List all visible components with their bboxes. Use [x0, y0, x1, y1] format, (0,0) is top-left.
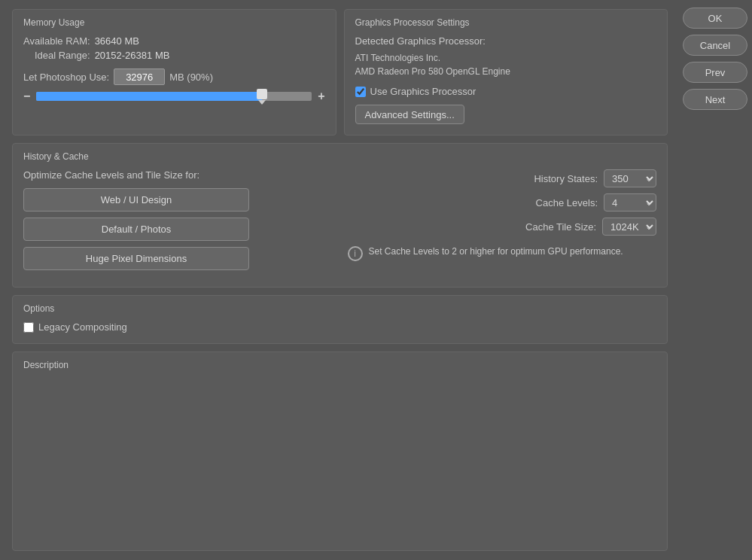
description-section: Description	[12, 352, 668, 551]
legacy-compositing-row: Legacy Compositing	[23, 321, 656, 333]
main-content: Memory Usage Available RAM: 36640 MB Ide…	[6, 0, 677, 560]
slider-row: − +	[23, 90, 325, 103]
gpu-info-hint: Set Cache Levels to 2 or higher for opti…	[369, 245, 623, 258]
graphics-processor-title: Graphics Processor Settings	[355, 17, 657, 28]
gpu-info-text: ATI Technologies Inc. AMD Radeon Pro 580…	[355, 51, 657, 78]
preferences-dialog: Memory Usage Available RAM: 36640 MB Ide…	[0, 0, 752, 560]
history-states-select[interactable]: 350 200 100 50	[604, 169, 656, 187]
history-cache-title: History & Cache	[23, 151, 656, 162]
slider-minus-button[interactable]: −	[23, 90, 30, 103]
graphics-processor-section: Graphics Processor Settings Detected Gra…	[344, 9, 668, 135]
legacy-compositing-checkbox[interactable]	[23, 322, 34, 333]
huge-pixel-button[interactable]: Huge Pixel Dimensions	[23, 247, 249, 270]
history-states-select-wrapper: 350 200 100 50	[604, 169, 656, 187]
web-ui-design-button[interactable]: Web / UI Design	[23, 188, 249, 212]
cache-levels-select[interactable]: 4 2 3 6 8	[604, 193, 656, 212]
history-inner: Optimize Cache Levels and Tile Size for:…	[23, 169, 656, 276]
slider-thumb[interactable]	[257, 89, 267, 99]
detected-gpu-label: Detected Graphics Processor:	[355, 35, 657, 47]
info-icon: i	[348, 246, 363, 261]
cache-levels-row: Cache Levels: 4 2 3 6 8	[348, 193, 657, 212]
available-ram-value: 36640 MB	[95, 35, 325, 47]
cache-settings-col: History States: 350 200 100 50 Cache Lev…	[348, 169, 657, 276]
history-states-label: History States:	[534, 173, 598, 184]
cache-tile-size-label: Cache Tile Size:	[525, 221, 596, 233]
default-photos-button[interactable]: Default / Photos	[23, 218, 249, 241]
history-cache-section: History & Cache Optimize Cache Levels an…	[12, 143, 668, 288]
let-photoshop-unit: MB (90%)	[169, 72, 213, 83]
gpu-line1: ATI Technologies Inc.	[355, 53, 441, 63]
description-content	[23, 378, 656, 438]
let-photoshop-label: Let Photoshop Use:	[23, 72, 109, 83]
cancel-button[interactable]: Cancel	[683, 35, 747, 56]
advanced-settings-button[interactable]: Advanced Settings...	[355, 105, 464, 124]
optimize-label: Optimize Cache Levels and Tile Size for:	[23, 169, 333, 181]
prev-button[interactable]: Prev	[683, 62, 747, 83]
available-ram-label: Available RAM:	[23, 35, 90, 47]
cache-levels-select-wrapper: 4 2 3 6 8	[604, 193, 656, 212]
cache-tile-size-row: Cache Tile Size: 1024K 512K 256K 128K	[348, 218, 657, 236]
let-photoshop-row: Let Photoshop Use: MB (90%)	[23, 68, 325, 85]
top-row: Memory Usage Available RAM: 36640 MB Ide…	[12, 9, 668, 135]
use-gpu-label: Use Graphics Processor	[370, 86, 476, 97]
legacy-compositing-label: Legacy Compositing	[38, 321, 127, 333]
options-section: Options Legacy Compositing	[12, 295, 668, 344]
slider-fill	[36, 92, 262, 101]
left-sidebar	[0, 0, 6, 560]
ideal-range-label: Ideal Range:	[23, 50, 90, 61]
cache-buttons-col: Optimize Cache Levels and Tile Size for:…	[23, 169, 333, 276]
use-gpu-checkbox-row: Use Graphics Processor	[355, 86, 657, 97]
memory-slider-track[interactable]	[36, 92, 312, 101]
cache-levels-label: Cache Levels:	[536, 197, 598, 208]
memory-usage-section: Memory Usage Available RAM: 36640 MB Ide…	[12, 9, 336, 135]
button-panel: OK Cancel Prev Next	[677, 0, 752, 560]
memory-grid: Available RAM: 36640 MB Ideal Range: 201…	[23, 35, 325, 61]
cache-tile-size-select-wrapper: 1024K 512K 256K 128K	[602, 218, 656, 236]
ideal-range-value: 20152-26381 MB	[95, 50, 325, 61]
gpu-info-row: i Set Cache Levels to 2 or higher for op…	[348, 245, 657, 261]
slider-thumb-area	[257, 89, 267, 105]
memory-usage-title: Memory Usage	[23, 17, 325, 28]
description-title: Description	[23, 360, 656, 370]
cache-tile-size-select[interactable]: 1024K 512K 256K 128K	[602, 218, 656, 236]
slider-arrow	[258, 100, 266, 105]
options-title: Options	[23, 303, 656, 314]
use-gpu-checkbox[interactable]	[355, 87, 366, 97]
let-photoshop-input[interactable]	[114, 68, 165, 85]
gpu-line2: AMD Radeon Pro 580 OpenGL Engine	[355, 66, 510, 77]
history-states-row: History States: 350 200 100 50	[348, 169, 657, 187]
slider-plus-button[interactable]: +	[318, 90, 324, 103]
next-button[interactable]: Next	[683, 89, 747, 110]
ok-button[interactable]: OK	[683, 8, 747, 29]
